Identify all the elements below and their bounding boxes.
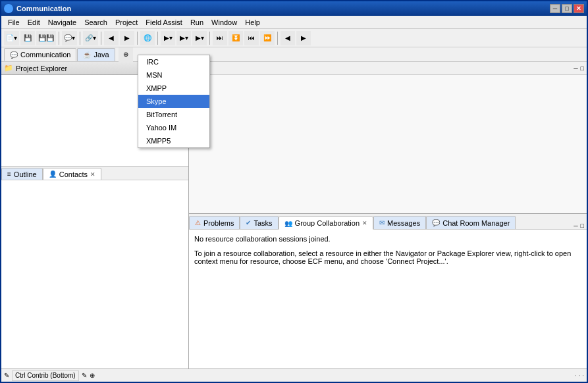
- separator-2: [80, 32, 80, 45]
- status-dots: · · ·: [575, 372, 584, 379]
- run-btn[interactable]: ▶▾: [161, 31, 175, 45]
- dropdown-irc[interactable]: IRC: [138, 55, 209, 68]
- tab-contacts[interactable]: 👤 Contacts ✕: [43, 168, 101, 180]
- separator-7: [277, 32, 278, 45]
- menu-help[interactable]: Help: [241, 17, 264, 28]
- dropdown-xmpp[interactable]: XMPP: [138, 82, 209, 95]
- contacts-close-icon[interactable]: ✕: [90, 171, 95, 178]
- main-layout: 📁 Project Explorer ✕ ─ □ ≡ Outline: [1, 62, 587, 369]
- app-icon: [4, 4, 13, 13]
- debug-skip[interactable]: ⏭: [213, 31, 227, 45]
- contacts-content: [1, 180, 188, 369]
- open-perspective-button[interactable]: ⊕: [119, 47, 133, 62]
- menu-bar: File Edit Navigate Search Project Field …: [1, 16, 587, 29]
- explorer-folder-icon: 📁: [4, 64, 13, 72]
- dropdown-bittorrent[interactable]: BitTorrent: [138, 108, 209, 121]
- nav-forward[interactable]: ▶: [120, 31, 134, 45]
- tab-group-collaboration[interactable]: 👥 Group Collaboration ✕: [279, 217, 373, 230]
- group-collaboration-content: No resource collaboration sessions joine…: [189, 230, 587, 369]
- contacts-label: Contacts: [59, 170, 88, 178]
- menu-search[interactable]: Search: [80, 17, 111, 28]
- menu-run[interactable]: Run: [186, 17, 207, 28]
- tab-communication[interactable]: 💬 Communication: [4, 48, 76, 61]
- bottom-panel-minimize[interactable]: ─: [574, 222, 577, 229]
- tasks-icon: ✔: [246, 219, 251, 226]
- menu-file[interactable]: File: [4, 17, 24, 28]
- separator-1: [59, 32, 59, 45]
- window-title: Communication: [16, 5, 550, 13]
- arrow-right[interactable]: ▶: [296, 31, 311, 45]
- title-bar: Communication ─ □ ✕: [1, 1, 587, 16]
- chat-room-icon: 💬: [432, 219, 440, 226]
- menu-project[interactable]: Project: [111, 17, 142, 28]
- outline-label: Outline: [14, 170, 37, 178]
- right-panel: ─ □ ⚠ Problems ✔ Tasks 👥: [189, 62, 587, 369]
- globe-button[interactable]: 🌐: [140, 31, 155, 45]
- tab-communication-icon: 💬: [10, 51, 18, 59]
- debug-next[interactable]: ⏩: [260, 31, 275, 45]
- collab-line1: No resource collaboration sessions joine…: [194, 235, 581, 243]
- dropdown-msn[interactable]: MSN: [138, 68, 209, 82]
- menu-navigate[interactable]: Navigate: [44, 17, 80, 28]
- contacts-icon: 👤: [49, 170, 57, 178]
- separator-6: [209, 32, 210, 45]
- minimize-button[interactable]: ─: [550, 4, 560, 13]
- group-collab-close-icon[interactable]: ✕: [362, 220, 367, 226]
- tab-messages[interactable]: ✉ Messages: [373, 216, 426, 229]
- right-top-area: ─ □: [189, 62, 587, 214]
- bottom-panel-tabs: ⚠ Problems ✔ Tasks 👥 Group Collaboration…: [189, 214, 587, 230]
- close-button[interactable]: ✕: [574, 4, 584, 13]
- status-bar: ✎ Ctrl Contrib (Bottom) ✎ ⊕ · · ·: [1, 369, 587, 382]
- nav-back[interactable]: ◀: [104, 31, 119, 45]
- tab-java-label: Java: [94, 51, 109, 59]
- separator-4: [137, 32, 138, 45]
- status-ctrl-label: Ctrl Contrib (Bottom): [15, 372, 76, 379]
- new-button[interactable]: 📄▾: [4, 31, 19, 45]
- tab-communication-label: Communication: [20, 51, 70, 59]
- status-edit-icon1: ✎: [4, 372, 9, 379]
- maximize-button[interactable]: □: [562, 4, 572, 13]
- save-button[interactable]: 💾: [20, 31, 35, 45]
- contacts-panel: ≡ Outline 👤 Contacts ✕: [1, 167, 188, 369]
- comm-button[interactable]: 💬▾: [62, 31, 77, 45]
- outline-icon: ≡: [7, 170, 11, 178]
- run-btn3[interactable]: ▶▾: [192, 31, 207, 45]
- dropdown-yahoo-im[interactable]: Yahoo IM: [138, 121, 209, 134]
- tab-problems[interactable]: ⚠ Problems: [189, 216, 240, 229]
- group-collab-label: Group Collaboration: [295, 219, 360, 227]
- status-add-icon: ⊕: [90, 372, 95, 379]
- debug-back[interactable]: ⏮: [244, 31, 259, 45]
- menu-window[interactable]: Window: [207, 17, 241, 28]
- dropdown-skype[interactable]: Skype: [138, 95, 209, 108]
- tab-java[interactable]: ☕ Java: [77, 48, 115, 61]
- messages-label: Messages: [387, 219, 420, 227]
- right-top-minimize[interactable]: ─: [574, 65, 577, 72]
- right-bottom: ⚠ Problems ✔ Tasks 👥 Group Collaboration…: [189, 214, 587, 369]
- connect-button[interactable]: 🔗▾: [83, 31, 98, 45]
- arrow-left[interactable]: ◀: [281, 31, 295, 45]
- separator-3: [101, 32, 101, 45]
- right-top-maximize[interactable]: □: [581, 65, 584, 72]
- menu-edit[interactable]: Edit: [24, 17, 44, 28]
- menu-field-assist[interactable]: Field Assist: [142, 17, 186, 28]
- dropdown-menu: IRC MSN XMPP Skype BitTorrent Yahoo IM X…: [138, 55, 210, 148]
- separator-5: [157, 32, 158, 45]
- messages-icon: ✉: [379, 219, 385, 226]
- tab-chat-room-manager[interactable]: 💬 Chat Room Manager: [426, 216, 516, 229]
- chat-room-label: Chat Room Manager: [442, 219, 510, 227]
- problems-icon: ⚠: [195, 219, 201, 226]
- perspective-tabs: 💬 Communication ☕ Java ⊕: [1, 47, 587, 62]
- save-all-button[interactable]: 💾💾: [36, 31, 56, 45]
- collab-line2: To join a resource collaboration, select…: [194, 249, 581, 265]
- run-btn2[interactable]: ▶▾: [176, 31, 191, 45]
- title-bar-buttons: ─ □ ✕: [550, 4, 584, 13]
- tab-tasks[interactable]: ✔ Tasks: [240, 216, 278, 229]
- tab-java-icon: ☕: [83, 51, 91, 59]
- status-ctrl-contrib[interactable]: Ctrl Contrib (Bottom): [12, 370, 79, 381]
- dropdown-xmpp5[interactable]: XMPP5: [138, 134, 209, 147]
- debug-step[interactable]: ⏬: [228, 31, 243, 45]
- tab-outline[interactable]: ≡ Outline: [1, 168, 43, 180]
- bottom-tabs-bar: ≡ Outline 👤 Contacts ✕: [1, 167, 188, 180]
- bottom-panel-maximize[interactable]: □: [581, 222, 584, 229]
- toolbar: 📄▾ 💾 💾💾 💬▾ 🔗▾ ◀ ▶ 🌐 ▶▾ ▶▾ ▶▾ ⏭ ⏬ ⏮ ⏩ ◀ ▶: [1, 29, 587, 47]
